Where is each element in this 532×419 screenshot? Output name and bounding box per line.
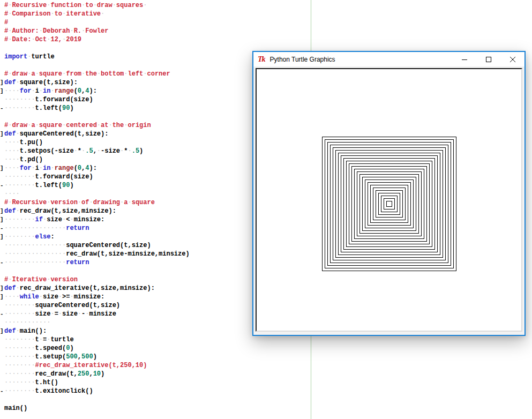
code-token: 10 (93, 370, 101, 378)
code-token: bottom (101, 70, 124, 78)
turtle-square (346, 161, 432, 246)
fold-marker[interactable] (0, 335, 4, 344)
fold-marker[interactable] (0, 27, 4, 35)
fold-marker[interactable]: - (0, 310, 4, 318)
code-token: to (55, 10, 62, 18)
whitespace-dots: · (39, 87, 43, 95)
fold-marker[interactable] (0, 147, 4, 155)
fold-marker[interactable]: ] (0, 164, 4, 173)
fold-marker[interactable] (0, 70, 4, 78)
fold-marker[interactable] (0, 113, 4, 121)
fold-marker[interactable] (0, 301, 4, 310)
fold-marker[interactable] (0, 61, 4, 70)
fold-marker[interactable] (0, 190, 4, 198)
code-token: 0 (78, 164, 81, 172)
turtle-square (325, 139, 453, 268)
fold-marker[interactable]: - (0, 387, 4, 395)
fold-marker[interactable] (0, 370, 4, 378)
whitespace-dots: ················ (4, 225, 66, 232)
fold-marker[interactable] (0, 173, 4, 181)
whitespace-dots: ········ (4, 233, 35, 241)
fold-marker[interactable]: ] (0, 130, 4, 138)
whitespace-dots: · (16, 79, 20, 86)
fold-marker[interactable] (0, 241, 4, 250)
whitespace-dots: · (74, 147, 78, 155)
whitespace-dots: · (124, 70, 128, 78)
fold-marker[interactable]: ] (0, 78, 4, 87)
fold-marker[interactable] (0, 121, 4, 130)
fold-marker[interactable]: ] (0, 215, 4, 224)
code-token: t.ht() (35, 379, 58, 386)
fold-marker[interactable] (0, 53, 4, 61)
fold-marker[interactable]: - (0, 181, 4, 190)
fold-marker[interactable] (0, 267, 4, 275)
code-token: range (55, 87, 74, 95)
turtle-square (368, 182, 410, 225)
fold-marker[interactable] (0, 318, 4, 327)
code-line: # (0, 18, 300, 27)
fold-marker[interactable] (0, 198, 4, 207)
code-token: return (66, 225, 89, 232)
code-token: def (4, 285, 16, 292)
fold-marker[interactable]: - (0, 224, 4, 233)
turtle-square (341, 155, 437, 252)
fold-marker[interactable]: ] (0, 327, 4, 335)
whitespace-dots: · (97, 147, 101, 155)
fold-marker[interactable] (0, 344, 4, 353)
fold-marker[interactable]: ] (0, 87, 4, 95)
fold-marker[interactable] (0, 361, 4, 370)
code-token: main() (4, 405, 27, 412)
whitespace-dots: · (50, 164, 54, 172)
fold-marker[interactable] (0, 250, 4, 258)
fold-marker[interactable] (0, 1, 4, 10)
code-token: while (20, 293, 39, 301)
turtle-square (386, 201, 392, 206)
fold-marker[interactable] (0, 395, 4, 404)
code-token: at (101, 122, 108, 129)
whitespace-dots: · (50, 10, 54, 18)
minimize-button[interactable] (452, 52, 476, 66)
code-token: 250 (78, 370, 89, 378)
code-token: in (43, 164, 50, 172)
fold-marker[interactable] (0, 404, 4, 413)
window-titlebar[interactable]: Tk Python Turtle Graphics (253, 52, 524, 66)
code-line: #·Author:·Deborah·R.·Fowler (0, 27, 300, 35)
code-token: square (39, 70, 62, 78)
fold-marker[interactable] (0, 378, 4, 387)
code-token: , (93, 147, 97, 155)
maximize-button[interactable] (476, 52, 500, 66)
whitespace-dots: · (70, 293, 73, 301)
code-line: #·Comparison·to·iterative· (0, 10, 300, 18)
turtle-canvas[interactable] (256, 68, 522, 332)
fold-marker[interactable]: ] (0, 233, 4, 241)
turtle-square (338, 153, 440, 255)
code-token: ): (89, 164, 96, 172)
code-token: turtle (31, 53, 54, 61)
fold-marker[interactable] (0, 10, 4, 18)
window-client-area (253, 66, 524, 335)
code-token: iterative (66, 10, 101, 18)
fold-marker[interactable] (0, 44, 4, 53)
whitespace-dots: ···· (4, 156, 20, 163)
code-token: Comparison (12, 10, 50, 18)
code-token: 0 (78, 87, 81, 95)
fold-marker[interactable]: ] (0, 293, 4, 301)
close-button[interactable] (500, 52, 524, 66)
fold-marker[interactable] (0, 353, 4, 361)
fold-marker[interactable]: ] (0, 284, 4, 293)
fold-marker[interactable] (0, 155, 4, 164)
fold-marker[interactable] (0, 275, 4, 284)
fold-marker[interactable]: ] (0, 207, 4, 215)
whitespace-dots: ···· (4, 190, 20, 198)
fold-marker[interactable] (0, 138, 4, 147)
whitespace-dots: · (101, 10, 104, 18)
fold-marker[interactable] (0, 95, 4, 104)
code-token: minsize: (74, 216, 105, 223)
fold-marker[interactable] (0, 18, 4, 27)
fold-marker[interactable]: - (0, 258, 4, 267)
code-token: t.pu() (20, 139, 43, 146)
fold-marker[interactable]: - (0, 104, 4, 113)
code-token: t.left( (35, 182, 62, 189)
fold-marker[interactable] (0, 35, 4, 44)
code-line: ········t.setup(500,500) (0, 353, 300, 361)
